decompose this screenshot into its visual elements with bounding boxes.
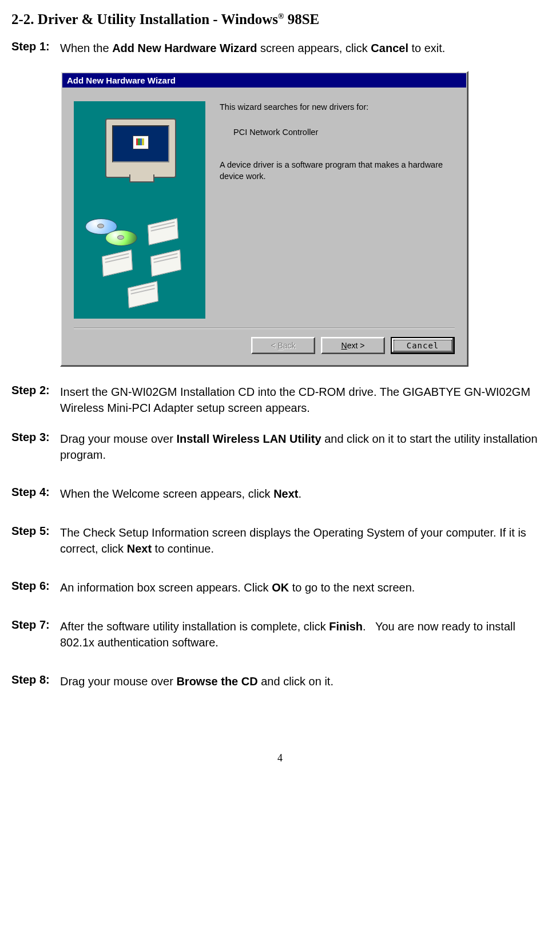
step-4-text: When the Welcome screen appears, click N… — [60, 486, 549, 502]
back-button: < Back — [251, 337, 315, 354]
step-7-text: After the software utility installation … — [60, 618, 549, 650]
step-1-label: Step 1: — [11, 40, 60, 53]
document-icon — [148, 218, 178, 245]
document-icon — [102, 249, 133, 276]
step-1: Step 1: When the Add New Hardware Wizard… — [11, 40, 549, 56]
dialog-body-text: This wizard searches for new drivers for… — [205, 101, 455, 319]
heading-prefix: 2-2. Driver & Utility Installation - Win… — [11, 11, 278, 27]
step-3-label: Step 3: — [11, 431, 60, 444]
step-4: Step 4: When the Welcome screen appears,… — [11, 486, 549, 502]
step-8-label: Step 8: — [11, 673, 60, 686]
monitor-graphic — [105, 118, 176, 178]
step-3: Step 3: Drag your mouse over Install Wir… — [11, 431, 549, 463]
step-6: Step 6: An information box screen appear… — [11, 579, 549, 596]
dialog-titlebar: Add New Hardware Wizard — [62, 73, 466, 88]
dialog-description-text: A device driver is a software program th… — [220, 160, 455, 182]
dialog-intro-text: This wizard searches for new drivers for… — [220, 102, 455, 112]
dialog-window: Add New Hardware Wizard This wizard sear… — [60, 71, 468, 367]
dialog-button-row: < Back Next > Cancel — [61, 337, 467, 366]
step-5-label: Step 5: — [11, 525, 60, 538]
step-6-text: An information box screen appears. Click… — [60, 579, 549, 596]
document-icon — [150, 249, 181, 276]
page-number: 4 — [11, 752, 549, 764]
step-5-text: The Check Setup Information screen displ… — [60, 525, 549, 557]
section-heading: 2-2. Driver & Utility Installation - Win… — [11, 11, 549, 27]
heading-suffix: 98SE — [284, 11, 319, 27]
dialog-divider — [74, 328, 455, 329]
cancel-button[interactable]: Cancel — [391, 337, 455, 354]
step-3-text: Drag your mouse over Install Wireless LA… — [60, 431, 549, 463]
step-7-label: Step 7: — [11, 618, 60, 632]
step-8: Step 8: Drag your mouse over Browse the … — [11, 673, 549, 689]
step-2-text: Insert the GN-WI02GM Installation CD int… — [60, 384, 549, 416]
step-1-text: When the Add New Hardware Wizard screen … — [60, 40, 549, 56]
step-8-text: Drag your mouse over Browse the CD and c… — [60, 673, 549, 689]
cd-icon — [105, 230, 137, 246]
step-2: Step 2: Insert the GN-WI02GM Installatio… — [11, 384, 549, 416]
step-4-label: Step 4: — [11, 486, 60, 499]
step-7: Step 7: After the software utility insta… — [11, 618, 549, 650]
dialog-device-name: PCI Network Controller — [233, 128, 455, 137]
wizard-side-graphic — [74, 101, 205, 319]
document-icon — [128, 281, 158, 308]
wizard-screenshot: Add New Hardware Wizard This wizard sear… — [60, 71, 549, 367]
step-5: Step 5: The Check Setup Information scre… — [11, 525, 549, 557]
next-button[interactable]: Next > — [321, 337, 385, 354]
heading-reg: ® — [278, 12, 284, 21]
step-6-label: Step 6: — [11, 579, 60, 593]
windows-logo-icon — [133, 136, 149, 149]
step-2-label: Step 2: — [11, 384, 60, 397]
